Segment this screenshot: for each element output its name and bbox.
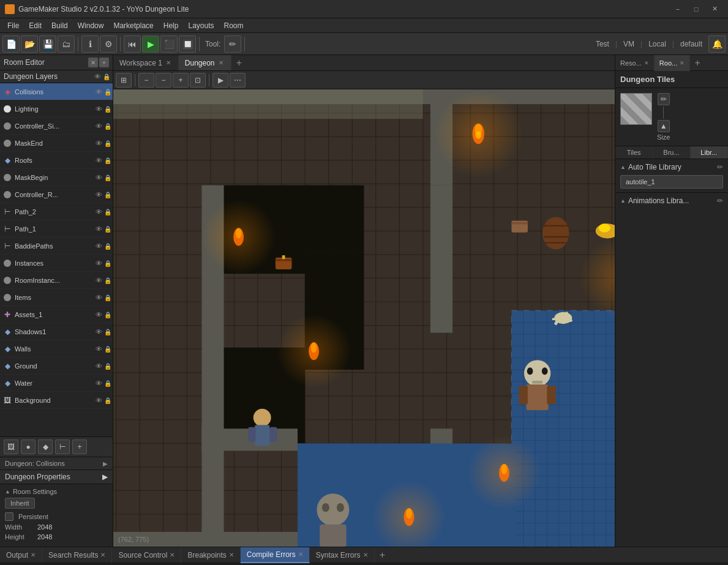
menu-build[interactable]: Build (47, 20, 73, 31)
bottom-tab-search[interactable]: Search Results ✕ (42, 547, 112, 563)
layer-visibility-btn[interactable]: 👁 (96, 260, 103, 267)
layer-visibility-btn[interactable]: 👁 (96, 191, 103, 198)
tab-close[interactable]: ✕ (229, 552, 234, 558)
local-button[interactable]: Local (644, 39, 671, 50)
all-layers-visibility[interactable]: 👁 (94, 73, 102, 80)
persistent-checkbox[interactable] (5, 512, 13, 521)
run-button[interactable]: ▶ (142, 36, 159, 53)
layer-items[interactable]: Items 👁 🔒 (0, 289, 113, 306)
layer-path1[interactable]: ⊢ Path_1 👁 🔒 (0, 220, 113, 238)
layer-instances[interactable]: Instances 👁 🔒 (0, 255, 113, 272)
layer-collisions[interactable]: ◈ Collisions 👁 🔒 (0, 83, 113, 100)
tab-add-button[interactable]: + (231, 55, 247, 71)
layer-lock-btn[interactable]: 🔒 (104, 226, 110, 232)
menu-window[interactable]: Window (73, 20, 109, 31)
step-button[interactable]: ⏮ (124, 36, 141, 53)
tile-sub-tab-brush[interactable]: Bru... (653, 146, 690, 159)
add-instance-layer-button[interactable]: ● (21, 440, 36, 454)
layer-visibility-btn[interactable]: 👁 (96, 174, 103, 181)
tab-close[interactable]: ✕ (170, 552, 174, 558)
panel-close-button[interactable]: ✕ (88, 58, 98, 67)
save-all-button[interactable]: 🗂 (58, 36, 75, 53)
fit-view-button[interactable]: ⊡ (190, 73, 206, 88)
bottom-tab-breakpoints[interactable]: Breakpoints ✕ (181, 547, 240, 563)
tile-sub-tab-tiles[interactable]: Tiles (615, 146, 653, 159)
right-tab-add[interactable]: + (690, 55, 705, 71)
new-button[interactable]: 📄 (2, 36, 20, 53)
layer-visibility-btn[interactable]: 👁 (96, 380, 103, 387)
layer-visibility-btn[interactable]: 👁 (96, 277, 103, 284)
layer-visibility-btn[interactable]: 👁 (96, 397, 103, 404)
default-button[interactable]: default (675, 39, 707, 50)
maximize-button[interactable]: □ (688, 3, 705, 15)
bottom-tab-source[interactable]: Source Control ✕ (112, 547, 181, 563)
layer-assets1[interactable]: ✚ Assets_1 👁 🔒 (0, 306, 113, 323)
layer-path2[interactable]: ⊢ Path_2 👁 🔒 (0, 203, 113, 220)
bottom-tab-syntax-errors[interactable]: Syntax Errors ✕ (310, 547, 375, 563)
layer-baddiepaths[interactable]: ⊢ BaddiePaths 👁 🔒 (0, 238, 113, 255)
tab-close[interactable]: ✕ (31, 552, 36, 558)
layer-ground[interactable]: ◆ Ground 👁 🔒 (0, 357, 113, 375)
layer-visibility-btn[interactable]: 👁 (96, 88, 103, 95)
layer-lighting[interactable]: Lighting 👁 🔒 (0, 100, 113, 118)
layer-lock-btn[interactable]: 🔒 (104, 89, 110, 95)
layer-lock-btn[interactable]: 🔒 (104, 106, 110, 112)
layer-visibility-btn[interactable]: 👁 (96, 105, 103, 113)
play-animation-button[interactable]: ▶ (212, 73, 228, 88)
menu-room[interactable]: Room (219, 20, 249, 31)
layer-roofs[interactable]: ◆ Roofs 👁 🔒 (0, 152, 113, 169)
tab-dungeon[interactable]: Dungeon ✕ (179, 55, 231, 71)
more-options-button[interactable]: ⋯ (230, 73, 246, 88)
layer-background[interactable]: 🖼 Background 👁 🔒 (0, 392, 113, 409)
vm-button[interactable]: VM (618, 39, 639, 50)
bottom-tab-output[interactable]: Output ✕ (0, 547, 42, 563)
layer-lock-btn[interactable]: 🔒 (104, 192, 110, 198)
layer-lock-btn[interactable]: 🔒 (104, 157, 110, 163)
layer-lock-btn[interactable]: 🔒 (104, 260, 110, 266)
layer-visibility-btn[interactable]: 👁 (96, 242, 103, 250)
tab-close[interactable]: ✕ (165, 59, 172, 67)
tile-sub-tab-library[interactable]: Libr... (691, 146, 728, 159)
layer-lock-btn[interactable]: 🔒 (104, 294, 110, 301)
layer-lock-btn[interactable]: 🔒 (104, 363, 110, 369)
grid-toggle-button[interactable]: ⊞ (116, 73, 132, 88)
panel-add-button[interactable]: + (99, 58, 109, 67)
layer-maskend[interactable]: MaskEnd 👁 🔒 (0, 135, 113, 152)
add-bg-layer-button[interactable]: 🖼 (4, 440, 18, 454)
layer-visibility-btn[interactable]: 👁 (96, 311, 103, 318)
tab-close[interactable]: ✕ (298, 551, 303, 558)
layer-water[interactable]: ◆ Water 👁 🔒 (0, 375, 113, 392)
layer-lock-btn[interactable]: 🔒 (104, 380, 110, 386)
zoom-out-button-1[interactable]: − (138, 73, 154, 88)
layer-lock-btn[interactable]: 🔒 (104, 209, 110, 215)
tile-edit-button[interactable]: ✏ (658, 93, 670, 105)
debug-button[interactable]: ⬛ (160, 36, 178, 53)
zoom-out-button-2[interactable]: − (156, 73, 171, 88)
layer-lock-btn[interactable]: 🔒 (104, 174, 110, 181)
layer-lock-btn[interactable]: 🔒 (104, 140, 110, 146)
right-tab-room[interactable]: Roo... ✕ (655, 55, 690, 71)
layer-lock-btn[interactable]: 🔒 (104, 329, 110, 335)
notifications-button[interactable]: 🔔 (708, 36, 726, 53)
layer-walls[interactable]: ◆ Walls 👁 🔒 (0, 340, 113, 357)
save-button[interactable]: 💾 (39, 36, 56, 53)
tile-preview-image[interactable] (620, 93, 652, 125)
game-canvas[interactable]: (762, 775) (113, 89, 615, 547)
layer-visibility-btn[interactable]: 👁 (96, 294, 103, 301)
open-button[interactable]: 📂 (21, 36, 38, 53)
layer-visibility-btn[interactable]: 👁 (96, 157, 103, 164)
tool-pencil-button[interactable]: ✏ (224, 36, 241, 53)
tab-close[interactable]: ✕ (100, 552, 105, 558)
layer-shadows1[interactable]: ◆ Shadows1 👁 🔒 (0, 323, 113, 340)
auto-tile-edit-button[interactable]: ✏ (717, 163, 723, 171)
layer-visibility-btn[interactable]: 👁 (96, 208, 103, 215)
add-tile-layer-button[interactable]: ◆ (38, 440, 53, 454)
layer-roominstances[interactable]: RoomInstanc... 👁 🔒 (0, 272, 113, 289)
tab-close[interactable]: ✕ (363, 552, 368, 558)
autotile-item[interactable]: autotile_1 (620, 175, 723, 189)
tab-close[interactable]: ✕ (217, 59, 225, 67)
tab-close[interactable]: ✕ (680, 60, 685, 66)
layer-lock-btn[interactable]: 🔒 (104, 277, 110, 283)
layer-visibility-btn[interactable]: 👁 (96, 328, 103, 335)
inherit-button[interactable]: Inherit (5, 498, 35, 509)
